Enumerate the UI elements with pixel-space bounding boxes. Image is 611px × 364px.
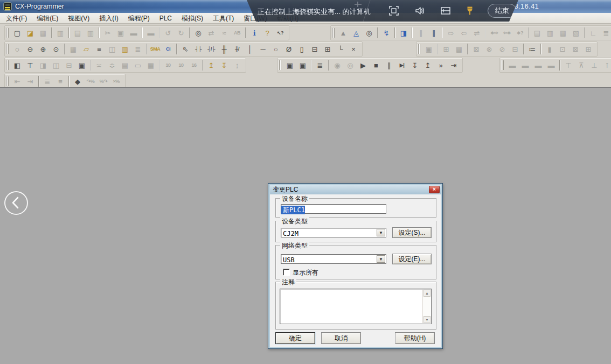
save-project-button[interactable]: ▦ — [37, 27, 49, 39]
redo-button[interactable]: ↻ — [175, 27, 187, 39]
comment-scrollbar[interactable]: ▲ ▼ — [422, 290, 431, 323]
partial-transfer-to-plc-button[interactable]: ∗⇨ — [488, 27, 500, 39]
toolbar-grip[interactable] — [6, 44, 9, 54]
change-all-button[interactable]: AB — [231, 27, 243, 39]
sim-pause-button[interactable]: ∥ — [383, 59, 395, 72]
edit-rung-comment-button[interactable]: ▣ — [423, 43, 435, 55]
cancel-button[interactable]: 取消 — [321, 332, 361, 344]
differential-up-button[interactable]: ⊤ — [563, 59, 574, 72]
monitor-decimal-button[interactable]: 10 — [162, 59, 174, 72]
menu-plc[interactable]: PLC — [155, 13, 177, 24]
new-contact-button[interactable]: ┤├ — [192, 43, 204, 55]
pause-button[interactable]: ∥ — [428, 27, 440, 39]
differential-monitor-fall-button[interactable]: %↷ — [98, 75, 109, 88]
dialog-close-button[interactable]: × — [429, 186, 440, 193]
toolbar-grip[interactable] — [279, 60, 282, 70]
sim-stop-button[interactable]: ■ — [370, 59, 382, 72]
monitor-hex-button[interactable]: 16 — [188, 59, 200, 72]
menu-file[interactable]: 文件(F) — [1, 13, 32, 24]
zoom-fit-button[interactable]: ⊙ — [50, 43, 62, 55]
carry-set-button[interactable]: ⊺ — [601, 59, 611, 72]
time-chart-monitor-button[interactable]: ≣ — [600, 27, 611, 39]
plc-io-window-button[interactable]: ▥ — [544, 27, 556, 39]
watch-window-4-button[interactable]: ▬ — [545, 59, 557, 72]
protect-verify-button[interactable]: ⊘ — [496, 43, 508, 55]
toolbar-grip[interactable] — [6, 28, 9, 38]
cross-reference-report-button[interactable]: ≍ — [93, 59, 105, 72]
step-in-button[interactable]: ↧ — [409, 59, 421, 72]
fb-parameter-button[interactable]: └ — [335, 43, 346, 55]
zoom-in-button[interactable]: ⊕ — [37, 43, 49, 55]
cut-button[interactable]: ✂ — [102, 27, 114, 39]
nesting-levels-button[interactable]: ≣ — [132, 43, 144, 55]
plc-memory-window-button[interactable]: ▤ — [531, 27, 543, 39]
menu-edit[interactable]: 编辑(E) — [32, 13, 63, 24]
work-online-button[interactable]: ▲ — [337, 27, 349, 39]
scroll-down-icon[interactable]: ▼ — [423, 316, 431, 323]
menu-insert[interactable]: 插入(I) — [94, 13, 123, 24]
protect-release-button[interactable]: ⊗ — [483, 43, 495, 55]
simulator-settings-button[interactable]: ▣ — [297, 59, 309, 72]
print-preview-button[interactable]: ▥ — [85, 27, 96, 39]
print-button[interactable]: ▤ — [72, 27, 84, 39]
help-button[interactable]: 帮助(H) — [395, 332, 435, 344]
zoom-tool-button[interactable]: ◌ — [11, 43, 23, 55]
frame-verify-button[interactable]: ⊡ — [557, 43, 568, 55]
paste-mnemonic-button[interactable]: ▬ — [145, 27, 157, 39]
function-block-button[interactable]: ⊞ — [322, 43, 334, 55]
toolbar-grip[interactable] — [6, 76, 9, 86]
network-type-combobox[interactable]: USB ▼ — [281, 254, 386, 264]
find-replace-button[interactable]: ⇄ — [205, 27, 217, 39]
scan-run-button[interactable]: ⇥ — [448, 59, 460, 72]
breakpoint-set-button[interactable]: ◉ — [331, 59, 343, 72]
protect-clear-button[interactable]: ⊟ — [509, 43, 521, 55]
rung-comments-button[interactable]: ≡ — [93, 43, 105, 55]
speaker-icon[interactable] — [414, 5, 425, 16]
clear-all-forces-button[interactable]: ↨ — [231, 59, 243, 72]
show-all-checkbox[interactable] — [283, 269, 290, 276]
menu-program[interactable]: 编程(P) — [123, 13, 155, 24]
watch-window-3-button[interactable]: ▬ — [532, 59, 544, 72]
comment-note-button[interactable]: ▱ — [80, 43, 92, 55]
force-off-button[interactable]: ↧ — [218, 59, 230, 72]
set-value-button[interactable]: ◆ — [72, 75, 84, 88]
compare-with-plc-button[interactable]: ⇌ — [471, 27, 483, 39]
frame-delete-button[interactable]: ⊠ — [570, 43, 581, 55]
smart-input-button[interactable]: SMA — [149, 43, 161, 55]
online-simulator-button[interactable]: ▣ — [284, 59, 296, 72]
output-window-button[interactable]: ◧ — [11, 59, 23, 72]
toolbar-grip[interactable] — [332, 28, 335, 38]
new-closed-coil-button[interactable]: Ø — [283, 43, 295, 55]
new-instruction-button[interactable]: ▯ — [296, 43, 308, 55]
properties-button[interactable]: ▣ — [76, 59, 88, 72]
show-grid-button[interactable]: ▦ — [67, 43, 79, 55]
remote-back-button[interactable] — [4, 191, 28, 215]
rung-shortcuts-button[interactable]: ◫ — [106, 43, 118, 55]
online-search-button[interactable]: ◎ — [363, 27, 375, 39]
direct-online-button[interactable]: ↯ — [380, 27, 392, 39]
compile-program-button[interactable]: ⊤ — [24, 59, 36, 72]
ci-instruction-button[interactable]: CI — [162, 43, 174, 55]
differential-down-button[interactable]: ⊼ — [575, 59, 587, 72]
zoom-out-button[interactable]: ⊖ — [24, 43, 36, 55]
address-detail-button[interactable]: ≡ — [54, 75, 66, 88]
differential-monitor-rise-button[interactable]: ↷% — [85, 75, 96, 88]
context-help-button[interactable]: ↖? — [274, 27, 286, 39]
about-info-button[interactable]: ℹ — [248, 27, 260, 39]
task-schedule-button[interactable]: ▦ — [453, 43, 465, 55]
vertical-line-button[interactable]: │ — [244, 43, 256, 55]
device-type-settings-button[interactable]: 设定(S)... — [392, 227, 432, 238]
monitor-signed-decimal-button[interactable]: 10 — [175, 59, 187, 72]
memory-view-button[interactable]: ▤ — [119, 59, 131, 72]
device-name-input[interactable]: 新PLC1 — [281, 204, 386, 214]
device-type-dropdown-arrow-icon[interactable]: ▼ — [377, 229, 385, 236]
step-run-button[interactable]: ▶| — [396, 59, 408, 72]
menu-view[interactable]: 视图(V) — [63, 13, 94, 24]
add-window-icon[interactable] — [440, 5, 451, 16]
plc-settings-window-button[interactable]: ▦ — [557, 27, 569, 39]
horizontal-line-button[interactable]: ─ — [257, 43, 269, 55]
fullscreen-icon[interactable] — [388, 5, 399, 16]
frame-confirm-button[interactable]: ⊞ — [582, 43, 594, 55]
sim-run-button[interactable]: ▶ — [357, 59, 369, 72]
pin-icon[interactable] — [464, 5, 475, 16]
